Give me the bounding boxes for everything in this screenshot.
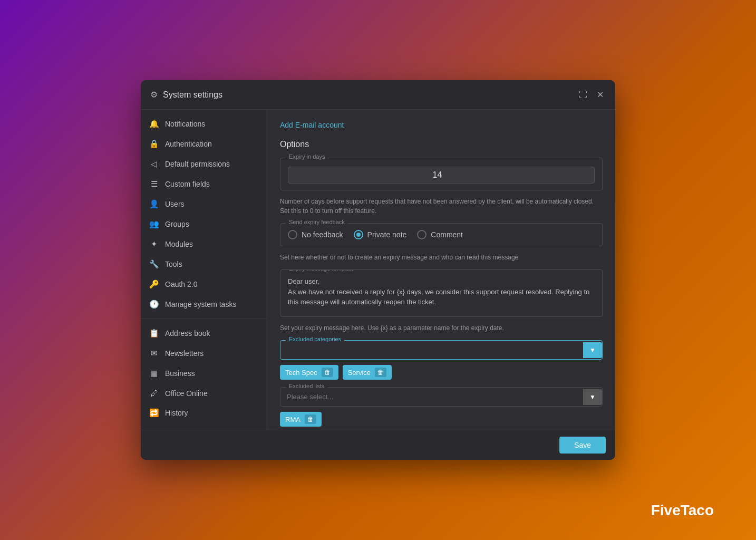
tag-tech-spec-label: Tech Spec — [285, 369, 317, 377]
sidebar-item-office-online[interactable]: 🖊 Office Online — [141, 383, 267, 403]
sidebar-item-label: Notifications — [165, 120, 205, 128]
sidebar-item-label: Custom fields — [165, 180, 210, 188]
modal-controls: ⛶ ✕ — [577, 88, 606, 102]
modal-title-area: ⚙ System settings — [150, 90, 222, 100]
private-note-option[interactable]: Private note — [354, 230, 407, 239]
brand-label: FiveTaco — [651, 502, 714, 519]
addressbook-icon: 📋 — [149, 329, 159, 338]
sidebar-item-manage-system-tasks[interactable]: 🕐 Manage system tasks — [141, 294, 267, 314]
tools-icon: 🔧 — [149, 259, 159, 269]
sidebar-item-label: Manage system tasks — [165, 300, 236, 308]
excluded-lists-container: Excluded lists ▼ — [280, 387, 603, 407]
groups-icon: 👥 — [149, 219, 159, 229]
expiry-template-group: Expiry message template Dear user, As we… — [280, 269, 603, 317]
sidebar-item-notifications[interactable]: 🔔 Notifications — [141, 114, 267, 134]
footer-bar: Save — [141, 430, 615, 460]
sidebar-item-tools[interactable]: 🔧 Tools — [141, 254, 267, 274]
mail-icon: ✉ — [149, 349, 159, 358]
sidebar-item-label: Default permissions — [165, 160, 230, 168]
excluded-categories-input-row: ▼ — [280, 341, 602, 359]
sidebar-item-history[interactable]: 🔁 History — [141, 403, 267, 423]
sidebar-item-label: Users — [165, 200, 185, 208]
excluded-lists-dropdown-btn[interactable]: ▼ — [583, 389, 602, 405]
excluded-categories-input[interactable] — [280, 341, 583, 359]
tag-service: Service 🗑 — [343, 365, 392, 380]
expiry-help-text: Number of days before support requests t… — [280, 197, 603, 216]
lock-icon: 🔒 — [149, 139, 159, 149]
sidebar-item-support[interactable]: ⚙ Support — [141, 423, 267, 430]
excluded-lists-tags: RMA 🗑 — [280, 412, 603, 427]
sidebar-item-users[interactable]: 👤 Users — [141, 194, 267, 214]
options-title: Options — [280, 140, 603, 149]
modal-body: 🔔 Notifications 🔒 Authentication ◁ Defau… — [141, 110, 615, 430]
excluded-lists-legend: Excluded lists — [286, 383, 327, 389]
notifications-icon: 🔔 — [149, 119, 159, 129]
user-icon: 👤 — [149, 199, 159, 209]
permissions-icon: ◁ — [149, 159, 159, 169]
modal-title: System settings — [163, 90, 222, 100]
no-feedback-label: No feedback — [302, 230, 343, 239]
close-button[interactable]: ✕ — [595, 88, 606, 102]
sidebar-item-modules[interactable]: ✦ Modules — [141, 234, 267, 254]
sidebar-item-business[interactable]: ▦ Business — [141, 363, 267, 383]
clock-icon: 🕐 — [149, 300, 159, 309]
sidebar-item-label: Office Online — [165, 389, 208, 398]
template-textarea[interactable]: Dear user, As we have not received a rep… — [288, 276, 595, 317]
sidebar-item-label: Authentication — [165, 140, 212, 148]
business-icon: ▦ — [149, 369, 159, 378]
tag-service-delete[interactable]: 🗑 — [375, 368, 386, 377]
sidebar-item-label: Address book — [165, 329, 210, 338]
send-expiry-legend: Send expiry feedback — [286, 219, 348, 225]
sidebar-item-groups[interactable]: 👥 Groups — [141, 214, 267, 234]
save-button[interactable]: Save — [559, 437, 606, 454]
sidebar-item-label: Oauth 2.0 — [165, 280, 198, 288]
tag-rma: RMA 🗑 — [280, 412, 322, 427]
comment-radio[interactable] — [417, 230, 427, 239]
fields-icon: ☰ — [149, 179, 159, 189]
expand-button[interactable]: ⛶ — [577, 88, 589, 102]
excluded-lists-input-row: ▼ — [280, 388, 602, 406]
excluded-categories-dropdown-btn[interactable]: ▼ — [583, 342, 602, 358]
sidebar-item-oauth2[interactable]: 🔑 Oauth 2.0 — [141, 274, 267, 294]
settings-icon: ⚙ — [150, 90, 158, 100]
system-settings-modal: ⚙ System settings ⛶ ✕ 🔔 Notifications 🔒 … — [141, 80, 615, 460]
sidebar-divider — [141, 319, 267, 319]
comment-label: Comment — [431, 230, 463, 239]
sidebar-item-default-permissions[interactable]: ◁ Default permissions — [141, 154, 267, 174]
add-email-link[interactable]: Add E-mail account — [280, 121, 344, 129]
excluded-categories-legend: Excluded categories — [286, 336, 344, 342]
sidebar-item-label: History — [165, 409, 188, 417]
tag-rma-label: RMA — [285, 416, 301, 423]
key-icon: 🔑 — [149, 279, 159, 289]
sidebar: 🔔 Notifications 🔒 Authentication ◁ Defau… — [141, 110, 267, 430]
expiry-days-legend: Expiry in days — [286, 153, 328, 160]
sidebar-item-address-book[interactable]: 📋 Address book — [141, 323, 267, 343]
tag-tech-spec-delete[interactable]: 🗑 — [322, 368, 333, 377]
excluded-lists-input[interactable] — [280, 388, 583, 406]
no-feedback-radio[interactable] — [288, 230, 297, 239]
sidebar-item-label: Newsletters — [165, 349, 203, 358]
excluded-categories-tags: Tech Spec 🗑 Service 🗑 — [280, 365, 603, 380]
sidebar-item-authentication[interactable]: 🔒 Authentication — [141, 134, 267, 154]
main-content: Add E-mail account Options Expiry in day… — [267, 110, 615, 430]
private-note-radio[interactable] — [354, 230, 363, 239]
tag-rma-delete[interactable]: 🗑 — [305, 414, 316, 424]
modal-header: ⚙ System settings ⛶ ✕ — [141, 80, 615, 110]
sidebar-item-label: Groups — [165, 220, 189, 228]
send-expiry-feedback-group: Send expiry feedback No feedback Private… — [280, 223, 603, 246]
tag-service-label: Service — [348, 369, 371, 377]
private-note-label: Private note — [367, 230, 407, 239]
sidebar-item-label: Tools — [165, 260, 182, 268]
sidebar-item-newsletters[interactable]: ✉ Newsletters — [141, 343, 267, 363]
comment-option[interactable]: Comment — [417, 230, 463, 239]
expiry-days-group: Expiry in days — [280, 158, 603, 190]
history-icon: 🔁 — [149, 408, 159, 418]
sidebar-item-custom-fields[interactable]: ☰ Custom fields — [141, 174, 267, 194]
sidebar-item-label: Business — [165, 369, 195, 378]
tag-tech-spec: Tech Spec 🗑 — [280, 365, 338, 380]
expiry-days-input[interactable] — [288, 167, 595, 184]
office-icon: 🖊 — [149, 389, 159, 398]
no-feedback-option[interactable]: No feedback — [288, 230, 343, 239]
feedback-help-text: Set here whether or not to create an exp… — [280, 253, 603, 262]
template-legend: Expiry message template — [286, 269, 357, 272]
